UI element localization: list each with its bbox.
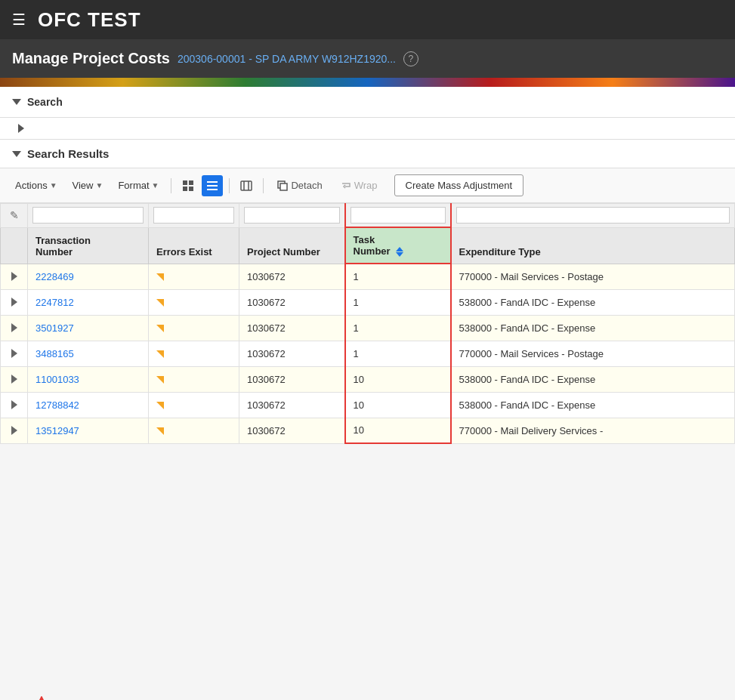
errors-filter-input[interactable]	[153, 207, 234, 224]
task-cell-2: 1	[345, 289, 451, 315]
errors-cell-7	[149, 418, 239, 443]
expenditure-cell-2: 538000 - FandA IDC - Expense	[451, 289, 735, 315]
expand-button-3[interactable]	[10, 322, 19, 334]
results-section-header[interactable]: Search Results	[0, 140, 735, 168]
search-section-header[interactable]: Search	[0, 87, 735, 118]
transaction-link-7[interactable]: 13512947	[36, 425, 79, 436]
warning-flag-1	[156, 273, 164, 281]
expand-cell-2[interactable]	[1, 289, 28, 315]
project-cell-6: 1030672	[239, 392, 345, 418]
expand-button-7[interactable]	[10, 424, 19, 436]
format-button[interactable]: Format ▼	[112, 177, 165, 194]
row-expand-icon-7	[11, 426, 17, 435]
columns-icon-button[interactable]	[236, 175, 257, 196]
task-cell-5: 10	[345, 366, 451, 392]
search-section-label: Search	[27, 96, 63, 108]
errors-cell-3	[149, 315, 239, 341]
table-row: 3501927 1030672 1 538000 - FandA IDC - E…	[1, 315, 735, 341]
svg-rect-2	[183, 187, 187, 191]
create-mass-adjustment-button[interactable]: Create Mass Adjustment	[394, 174, 524, 196]
pencil-icon: ✎	[10, 209, 19, 221]
expand-button-1[interactable]	[10, 270, 19, 282]
task-cell-1: 1	[345, 264, 451, 289]
project-subtitle[interactable]: 200306-00001 - SP DA ARMY W912HZ1920...	[178, 53, 396, 65]
expand-cell-7[interactable]	[1, 418, 28, 443]
expenditure-cell-5: 538000 - FandA IDC - Expense	[451, 366, 735, 392]
detach-button[interactable]: Detach	[270, 177, 329, 194]
errors-cell-5	[149, 366, 239, 392]
view-dropdown-icon: ▼	[96, 181, 103, 190]
grid-view-icon-button[interactable]	[178, 175, 199, 196]
svg-rect-11	[280, 183, 287, 190]
svg-rect-3	[189, 187, 193, 191]
transaction-link-6[interactable]: 12788842	[36, 399, 79, 411]
row-expand-icon-4	[11, 349, 17, 358]
col-header-task-number[interactable]: TaskNumber	[345, 227, 451, 264]
project-filter-cell	[239, 204, 345, 228]
help-icon[interactable]: ?	[403, 51, 418, 66]
sort-icons[interactable]	[396, 247, 403, 257]
view-label: View	[73, 180, 94, 191]
expand-button-5[interactable]	[10, 373, 19, 385]
project-filter-input[interactable]	[244, 207, 340, 224]
actions-dropdown-icon: ▼	[50, 181, 57, 190]
results-table-container: ✎	[0, 203, 735, 444]
svg-rect-4	[207, 181, 218, 183]
hamburger-icon[interactable]: ☰	[12, 11, 26, 29]
transaction-link-2[interactable]: 2247812	[36, 297, 74, 308]
results-section-label: Search Results	[27, 147, 109, 160]
col-header-project-number[interactable]: Project Number	[239, 227, 345, 264]
warning-flag-3	[156, 325, 164, 332]
col-header-errors-exist[interactable]: Errors Exist	[149, 227, 239, 264]
errors-cell-2	[149, 289, 239, 315]
sort-ascending-icon	[396, 247, 403, 251]
col-header-transaction-label: TransactionNumber	[36, 235, 91, 257]
col-header-expenditure-type[interactable]: Expenditure Type	[451, 227, 735, 264]
expand-cell-5[interactable]	[1, 366, 28, 392]
transaction-link-3[interactable]: 3501927	[36, 322, 74, 334]
transaction-link-1[interactable]: 2228469	[36, 271, 74, 282]
app-title: OFC TEST	[38, 8, 141, 32]
expand-cell-4[interactable]	[1, 341, 28, 366]
errors-cell-6	[149, 392, 239, 418]
actions-button[interactable]: Actions ▼	[9, 177, 63, 194]
col-header-transaction-number[interactable]: TransactionNumber	[28, 227, 149, 264]
svg-rect-6	[207, 189, 218, 190]
list-view-icon-button[interactable]	[202, 175, 223, 196]
col-header-expenditure-label: Expenditure Type	[459, 246, 541, 257]
svg-rect-7	[241, 181, 252, 190]
expenditure-filter-input[interactable]	[456, 207, 730, 224]
warning-flag-5	[156, 376, 164, 384]
errors-cell-1	[149, 264, 239, 289]
search-expand-area	[0, 118, 735, 140]
task-cell-7: 10	[345, 418, 451, 443]
expenditure-cell-3: 538000 - FandA IDC - Expense	[451, 315, 735, 341]
detach-label: Detach	[291, 180, 322, 191]
wrap-button[interactable]: Wrap	[333, 177, 385, 194]
col-header-project-label: Project Number	[247, 246, 320, 257]
task-filter-input[interactable]	[351, 207, 446, 224]
task-cell-6: 10	[345, 392, 451, 418]
expand-cell-1[interactable]	[1, 264, 28, 289]
expenditure-cell-6: 538000 - FandA IDC - Expense	[451, 392, 735, 418]
expand-button-2[interactable]	[10, 296, 19, 308]
edit-cell[interactable]: ✎	[1, 204, 28, 228]
wrap-label: Wrap	[354, 180, 378, 191]
col-header-errors-label: Errors Exist	[156, 246, 212, 257]
expand-cell-3[interactable]	[1, 315, 28, 341]
search-expand-toggle[interactable]	[18, 124, 723, 133]
expand-button-6[interactable]	[10, 399, 19, 411]
transaction-link-4[interactable]: 3488165	[36, 348, 74, 359]
expand-button-4[interactable]	[10, 347, 19, 359]
transaction-link-5[interactable]: 11001033	[36, 374, 79, 385]
transaction-cell-6: 12788842	[28, 392, 149, 418]
view-button[interactable]: View ▼	[66, 177, 110, 194]
page-title: Manage Project Costs	[12, 50, 170, 67]
row-expand-icon-2	[11, 298, 17, 307]
transaction-filter-input[interactable]	[32, 207, 144, 224]
warning-flag-7	[156, 427, 164, 435]
expand-cell-6[interactable]	[1, 392, 28, 418]
table-row: 2247812 1030672 1 538000 - FandA IDC - E…	[1, 289, 735, 315]
table-row: 13512947 1030672 10 770000 - Mail Delive…	[1, 418, 735, 443]
transaction-filter-cell	[28, 204, 149, 228]
